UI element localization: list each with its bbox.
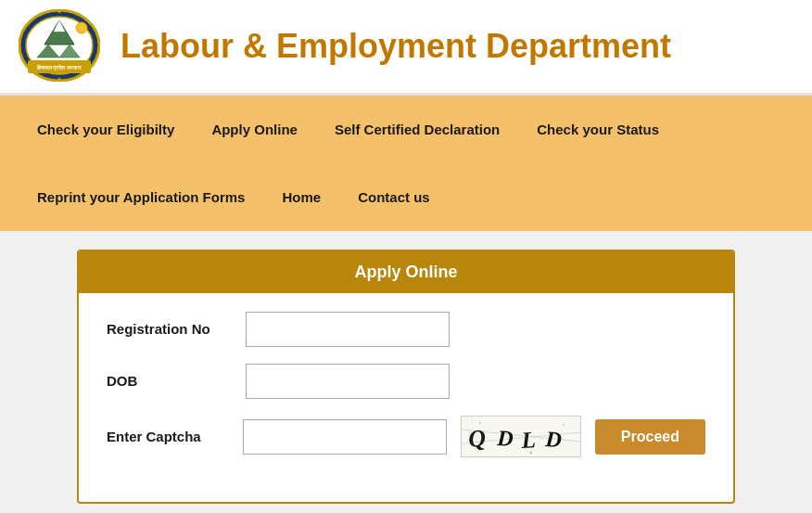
svg-point-21 xyxy=(563,424,565,426)
proceed-button[interactable]: Proceed xyxy=(595,419,705,455)
captcha-row: Enter Captcha Q D xyxy=(107,416,705,457)
captcha-input[interactable] xyxy=(243,419,447,455)
nav-row-2: Reprint your Application Forms Home Cont… xyxy=(19,163,793,231)
svg-text:D: D xyxy=(496,426,518,451)
navigation: Check your Eligibilty Apply Online Self … xyxy=(0,96,812,231)
apply-online-form-card: Apply Online Registration No DOB Enter C… xyxy=(77,250,735,504)
page-title: Labour & Employment Department xyxy=(121,27,671,66)
svg-text:हिमाचल प्रदेश सरकार: हिमाचल प्रदेश सरकार xyxy=(36,64,82,71)
dob-label: DOB xyxy=(107,372,246,391)
registration-input[interactable] xyxy=(246,312,450,347)
nav-row-1: Check your Eligibilty Apply Online Self … xyxy=(19,96,793,163)
svg-point-10 xyxy=(57,78,61,82)
form-card-header: Apply Online xyxy=(79,251,733,293)
nav-check-eligibility[interactable]: Check your Eligibilty xyxy=(19,105,193,154)
nav-home[interactable]: Home xyxy=(263,173,339,222)
dob-row: DOB xyxy=(107,364,705,399)
svg-point-9 xyxy=(57,9,61,13)
header: हिमाचल प्रदेश सरकार Labour & Employment … xyxy=(0,0,812,96)
svg-point-19 xyxy=(479,422,481,424)
nav-reprint-forms[interactable]: Reprint your Application Forms xyxy=(19,173,263,222)
form-card-body: Registration No DOB Enter Captcha xyxy=(79,293,733,502)
captcha-label: Enter Captcha xyxy=(107,428,243,446)
svg-point-20 xyxy=(529,452,532,455)
nav-apply-online[interactable]: Apply Online xyxy=(193,105,316,154)
captcha-image: Q D L D xyxy=(461,416,581,457)
logo: हिमाचल प्रदेश सरकार xyxy=(19,9,102,83)
registration-label: Registration No xyxy=(107,320,246,339)
svg-point-6 xyxy=(76,22,87,33)
captcha-controls: Q D L D Proceed xyxy=(243,416,705,457)
nav-self-certified[interactable]: Self Certified Declaration xyxy=(316,105,518,154)
main-content: Apply Online Registration No DOB Enter C… xyxy=(0,231,812,513)
nav-check-status[interactable]: Check your Status xyxy=(518,105,678,154)
svg-text:L: L xyxy=(520,427,540,453)
dob-input[interactable] xyxy=(246,364,450,399)
nav-contact[interactable]: Contact us xyxy=(339,173,449,222)
svg-text:Q: Q xyxy=(467,424,490,453)
svg-text:D: D xyxy=(544,427,566,452)
registration-row: Registration No xyxy=(107,312,705,347)
